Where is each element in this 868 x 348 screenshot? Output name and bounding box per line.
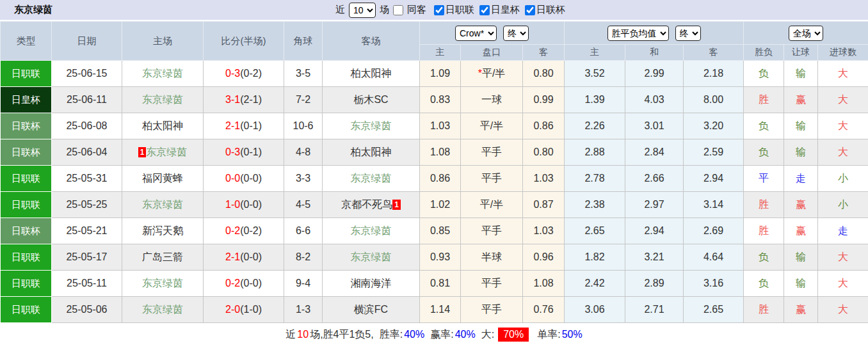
- result-goals-cell: 大: [818, 87, 868, 113]
- home-team-name[interactable]: 东京绿茵: [142, 94, 183, 105]
- filter-league-jzl[interactable]: 日职联: [433, 4, 474, 16]
- home-team-name[interactable]: 东京绿茵: [146, 146, 187, 157]
- away-team-name[interactable]: 东京绿茵: [351, 173, 392, 184]
- away-team-name[interactable]: 湘南海洋: [351, 278, 392, 289]
- home-team-cell[interactable]: 新泻天鹅: [122, 218, 204, 244]
- league-jlb-checkbox[interactable]: [525, 5, 535, 15]
- result-wdl-cell: 负: [744, 139, 784, 166]
- away-team-name[interactable]: 京都不死鸟: [341, 199, 392, 210]
- home-team-name[interactable]: 东京绿茵: [142, 199, 183, 210]
- table-row[interactable]: 日皇杯 25-06-11 东京绿茵 3-1(2-1) 7-2 栃木SC 0.83…: [1, 87, 868, 113]
- home-team-cell[interactable]: 东京绿茵: [122, 192, 204, 218]
- away-team-cell[interactable]: 东京绿茵: [323, 113, 420, 139]
- table-row[interactable]: 日职联 25-05-25 东京绿茵 1-0(0-0) 4-5 京都不死鸟1 1.…: [1, 192, 868, 218]
- away-team-name[interactable]: 东京绿茵: [351, 120, 392, 131]
- table-row[interactable]: 日职联 25-06-15 东京绿茵 0-3(0-2) 3-5 柏太阳神 1.09…: [1, 61, 868, 87]
- home-team-name[interactable]: 新泻天鹅: [142, 225, 183, 236]
- league-jhb-checkbox[interactable]: [479, 5, 490, 15]
- corners-cell: 4-5: [284, 192, 323, 218]
- result-handicap-cell: 输: [784, 113, 818, 139]
- result-wdl-cell: 胜: [744, 87, 784, 113]
- same-venue-checkbox[interactable]: [393, 5, 403, 15]
- away-team-name[interactable]: 东京绿茵: [351, 251, 392, 262]
- handicap-value: 平手: [481, 304, 502, 315]
- league-type-cell: 日职联: [1, 192, 52, 218]
- result-goals-cell: 走: [818, 218, 868, 244]
- avg-draw-cell: 2.94: [625, 218, 684, 244]
- away-team-cell[interactable]: 柏太阳神: [323, 139, 420, 166]
- filter-league-jhb[interactable]: 日皇杯: [478, 4, 520, 16]
- handicap-cell: *平/半: [461, 61, 523, 87]
- away-team-cell[interactable]: 栃木SC: [323, 87, 420, 113]
- home-team-cell[interactable]: 1东京绿茵: [122, 139, 204, 166]
- bookmaker-select[interactable]: Crow*: [455, 26, 497, 41]
- home-team-name[interactable]: 东京绿茵: [142, 68, 183, 79]
- away-team-cell[interactable]: 京都不死鸟1: [323, 192, 420, 218]
- home-team-name[interactable]: 东京绿茵: [142, 304, 183, 315]
- handicap-rate-value: 40%: [455, 329, 476, 340]
- away-team-cell[interactable]: 东京绿茵: [323, 218, 420, 244]
- handicap-cell: 平手: [461, 271, 523, 297]
- away-team-cell[interactable]: 柏太阳神: [323, 61, 420, 87]
- home-team-name[interactable]: 福冈黄蜂: [142, 173, 183, 184]
- table-row[interactable]: 日联杯 25-06-08 柏太阳神 2-1(0-1) 10-6 东京绿茵 1.0…: [1, 113, 868, 139]
- result-wdl-cell: 负: [744, 61, 784, 87]
- away-team-cell[interactable]: 湘南海洋: [323, 271, 420, 297]
- single-rate-value: 50%: [562, 329, 583, 340]
- date-cell: 25-06-04: [52, 139, 122, 166]
- away-team-cell[interactable]: 东京绿茵: [323, 166, 420, 192]
- home-team-cell[interactable]: 东京绿茵: [122, 61, 204, 87]
- away-team-cell[interactable]: 横滨FC: [323, 297, 420, 323]
- table-row[interactable]: 日职联 25-05-17 广岛三箭 2-1(0-0) 8-2 东京绿茵 0.93…: [1, 244, 868, 271]
- home-team-name[interactable]: 柏太阳神: [142, 120, 183, 131]
- away-team-name[interactable]: 栃木SC: [353, 94, 388, 105]
- score-cell: 0-3(0-1): [204, 139, 284, 166]
- avg-away-cell: 2.94: [684, 166, 744, 192]
- handicap-value: 平手: [481, 278, 502, 289]
- away-team-name[interactable]: 东京绿茵: [351, 225, 392, 236]
- handicap-cell: 平/半: [461, 113, 523, 139]
- avg-away-cell: 4.64: [684, 244, 744, 271]
- home-team-cell[interactable]: 柏太阳神: [122, 113, 204, 139]
- away-team-name[interactable]: 横滨FC: [354, 304, 388, 315]
- full-time-score: 2-1: [225, 251, 240, 262]
- home-team-name[interactable]: 东京绿茵: [142, 278, 183, 289]
- recent-count-select[interactable]: 10: [349, 3, 376, 18]
- away-team-cell[interactable]: 东京绿茵: [323, 244, 420, 271]
- league-type-cell: 日职联: [1, 271, 52, 297]
- away-team-name[interactable]: 柏太阳神: [351, 68, 392, 79]
- avg-home-cell: 2.38: [565, 192, 625, 218]
- table-row[interactable]: 日联杯 25-06-04 1东京绿茵 0-3(0-1) 4-8 柏太阳神 1.0…: [1, 139, 868, 166]
- big-rate-value: 70%: [498, 328, 529, 342]
- average-select[interactable]: 胜平负均值: [607, 26, 669, 41]
- recent-label: 近: [335, 4, 345, 16]
- half-time-score: (2-1): [240, 94, 262, 105]
- odds-home-cell: 0.83: [420, 87, 461, 113]
- avg-draw-cell: 3.01: [625, 113, 684, 139]
- home-team-cell[interactable]: 福冈黄蜂: [122, 166, 204, 192]
- date-cell: 25-06-15: [52, 61, 122, 87]
- home-team-cell[interactable]: 东京绿茵: [122, 297, 204, 323]
- result-handicap-cell: 输: [784, 139, 818, 166]
- scope-select[interactable]: 全场: [789, 26, 823, 41]
- table-row[interactable]: 日职联 25-05-31 福冈黄蜂 0-0(0-0) 3-3 东京绿茵 0.86…: [1, 166, 868, 192]
- win-rate-value: 40%: [404, 329, 424, 340]
- table-row[interactable]: 日职联 25-05-11 东京绿茵 0-2(0-0) 9-4 湘南海洋 0.81…: [1, 271, 868, 297]
- league-jzl-checkbox[interactable]: [434, 5, 444, 15]
- home-team-name[interactable]: 广岛三箭: [142, 251, 183, 262]
- match-history-table: 类型 日期 主场 比分(半场) 角球 客场 Crow* 终 胜平负均值: [0, 21, 868, 323]
- score-cell: 1-0(0-0): [204, 192, 284, 218]
- odds-selector-cell: Crow* 终: [420, 22, 565, 45]
- result-goals-cell: 小: [818, 192, 868, 218]
- home-team-cell[interactable]: 东京绿茵: [122, 271, 204, 297]
- home-team-cell[interactable]: 东京绿茵: [122, 87, 204, 113]
- table-row[interactable]: 日职联 25-05-06 东京绿茵 2-0(1-0) 1-3 横滨FC 1.14…: [1, 297, 868, 323]
- home-team-cell[interactable]: 广岛三箭: [122, 244, 204, 271]
- result-goals-cell: 大: [818, 61, 868, 87]
- away-team-name[interactable]: 柏太阳神: [351, 146, 392, 157]
- average-stage-select[interactable]: 终: [675, 26, 701, 41]
- table-row[interactable]: 日联杯 25-05-21 新泻天鹅 0-2(0-2) 6-6 东京绿茵 0.85…: [1, 218, 868, 244]
- bookmaker-stage-select[interactable]: 终: [503, 26, 529, 41]
- subheader-avg-draw: 和: [625, 45, 684, 61]
- filter-league-jlb[interactable]: 日联杯: [524, 4, 565, 16]
